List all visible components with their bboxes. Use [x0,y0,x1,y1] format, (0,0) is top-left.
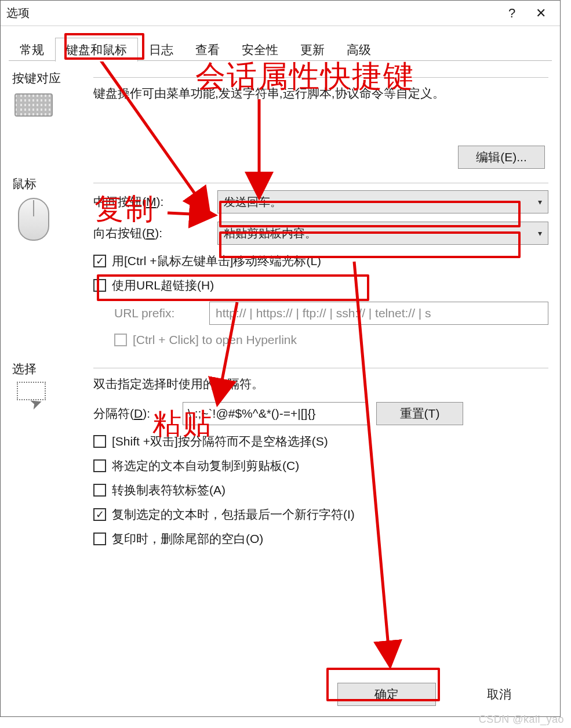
watermark-text: CSDN @kali_yao [479,713,564,726]
svg-line-3 [217,302,237,404]
options-dialog: 选项 ? ✕ 常规 键盘和鼠标 日志 查看 安全性 更新 高级 按键对应 键盘操… [0,0,561,717]
svg-line-0 [100,60,209,214]
tab-keyboard-mouse[interactable]: 键盘和鼠标 [55,38,138,61]
annotation-arrow-icon [1,1,561,718]
svg-line-4 [354,262,390,667]
